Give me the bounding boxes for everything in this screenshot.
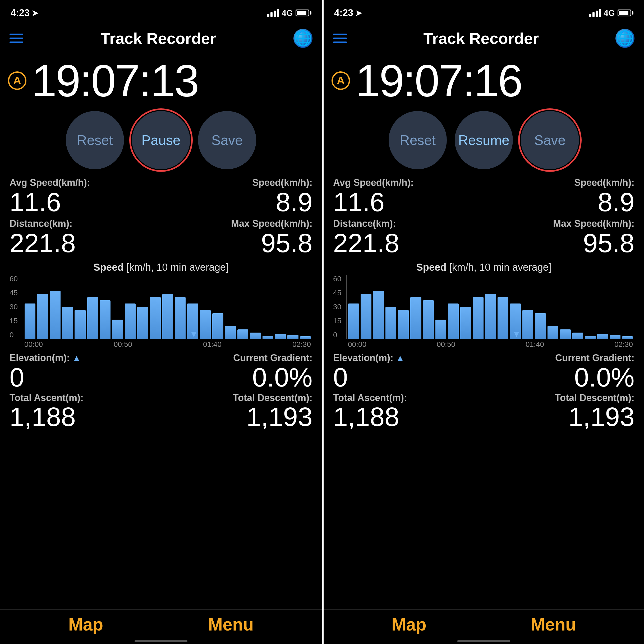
avg-speed-value: 11.6	[333, 188, 484, 216]
distance-block: Distance(km): 221.8	[10, 218, 161, 257]
avg-speed-label: Avg Speed(km/h):	[333, 177, 484, 188]
chart-title: Speed [km/h, 10 min average]	[333, 262, 634, 273]
max-speed-block: Max Speed(km/h): 95.8	[484, 218, 634, 257]
chart-section: Speed [km/h, 10 min average] 60 45 30 15…	[0, 259, 322, 349]
chart-bar	[50, 291, 61, 339]
signal-bar-1	[589, 14, 591, 17]
header: Track Recorder	[0, 24, 322, 53]
chart-position-arrow: ▼	[189, 329, 198, 339]
max-speed-label: Max Speed(km/h):	[161, 218, 312, 229]
reset-button[interactable]: Reset	[66, 111, 124, 169]
timer-display: 19:07:16	[355, 58, 522, 103]
location-icon: ➤	[32, 8, 38, 18]
y-label-15: 15	[333, 317, 346, 325]
speed-block: Speed(km/h): 8.9	[484, 177, 634, 216]
elevation-up-arrow: ▲	[396, 353, 404, 363]
chart-bar	[597, 334, 608, 339]
total-ascent-block: Total Ascent(m): 1,188	[333, 392, 484, 430]
header: Track Recorder	[324, 24, 644, 53]
ascent-value: 1,188	[10, 403, 161, 430]
chart-bar	[585, 336, 596, 339]
elevation-label: Elevation(m): ▲	[333, 352, 484, 364]
chart-x-label: 00:50	[114, 340, 132, 349]
map-nav-button[interactable]: Map	[392, 614, 426, 634]
distance-value: 221.8	[333, 229, 484, 257]
pause-button[interactable]: Pause	[132, 111, 190, 169]
globe-icon[interactable]	[293, 29, 312, 48]
chart-bar	[37, 294, 48, 339]
chart-bar	[87, 297, 98, 339]
chart-bar	[361, 294, 371, 339]
chart-bar	[263, 336, 273, 339]
status-right: 4G	[589, 8, 633, 18]
avg-speed-value: 11.6	[10, 188, 161, 216]
speed-row: Avg Speed(km/h): 11.6 Speed(km/h): 8.9	[10, 177, 312, 216]
chart-bar	[112, 320, 123, 339]
y-label-15: 15	[10, 317, 23, 325]
home-indicator-bar	[457, 640, 510, 642]
status-bar: 4:23 ➤ 4G	[0, 0, 322, 24]
chart-bar	[300, 336, 311, 339]
chart-bar	[373, 291, 384, 339]
hamburger-menu-icon[interactable]	[10, 34, 23, 43]
chart-bar	[75, 310, 85, 339]
gradient-value: 0.0%	[161, 364, 312, 391]
globe-icon[interactable]	[615, 29, 634, 48]
menu-nav-button[interactable]: Menu	[208, 614, 254, 634]
speed-label: Speed(km/h):	[161, 177, 312, 188]
signal-bar-4	[599, 9, 601, 17]
chart-bar	[535, 313, 546, 339]
max-speed-value: 95.8	[484, 229, 634, 257]
chart-title: Speed [km/h, 10 min average]	[10, 262, 312, 273]
home-indicator	[324, 639, 644, 644]
chart-bar	[410, 297, 421, 339]
chart-x-label: 00:00	[24, 340, 43, 349]
chart-bar	[610, 335, 620, 339]
chart-title-speed: Speed	[416, 262, 446, 273]
signal-bar-1	[267, 14, 269, 17]
bottom-nav: Map Menu	[0, 609, 322, 639]
gradient-value: 0.0%	[484, 364, 634, 391]
resume-button[interactable]: Resume	[455, 111, 513, 169]
distance-label: Distance(km):	[333, 218, 484, 229]
chart-bar	[548, 326, 558, 339]
reset-button[interactable]: Reset	[389, 111, 447, 169]
save-button[interactable]: Save	[521, 111, 579, 169]
distance-row: Distance(km): 221.8 Max Speed(km/h): 95.…	[333, 218, 634, 257]
elevation-label: Elevation(m): ▲	[10, 352, 161, 364]
chart-y-labels: 60 45 30 15 0	[333, 275, 346, 339]
ascent-value: 1,188	[333, 403, 484, 430]
chart-x-labels: 00:0000:5001:4002:30	[23, 339, 312, 349]
elevation-up-arrow: ▲	[72, 353, 81, 363]
signal-bars	[267, 9, 279, 17]
chart-bar	[423, 300, 434, 339]
chart-bars-area	[23, 275, 312, 339]
speed-label: Speed(km/h):	[484, 177, 634, 188]
status-right: 4G	[267, 8, 311, 18]
elevation-section: Elevation(m): ▲ 0 Current Gradient: 0.0%	[324, 349, 644, 391]
elevation-row: Elevation(m): ▲ 0 Current Gradient: 0.0%	[333, 352, 634, 391]
chart-bar	[448, 303, 459, 339]
location-icon: ➤	[355, 8, 362, 18]
y-label-45: 45	[333, 289, 346, 297]
chart-bar	[175, 297, 186, 339]
map-nav-button[interactable]: Map	[68, 614, 103, 634]
chart-bar	[385, 307, 396, 339]
hamburger-menu-icon[interactable]	[333, 34, 347, 43]
y-label-30: 30	[333, 303, 346, 311]
menu-nav-button[interactable]: Menu	[531, 614, 576, 634]
chart-x-label: 01:40	[203, 340, 222, 349]
chart-bar	[275, 334, 286, 339]
save-button[interactable]: Save	[198, 111, 256, 169]
max-speed-value: 95.8	[161, 229, 312, 257]
gradient-block: Current Gradient: 0.0%	[161, 352, 312, 391]
total-descent-block: Total Descent(m): 1,193	[161, 392, 312, 430]
home-indicator	[0, 639, 322, 644]
stats-section: Avg Speed(km/h): 11.6 Speed(km/h): 8.9 D…	[324, 174, 644, 259]
buttons-row: ResetPauseSave	[0, 106, 322, 174]
speed-value: 8.9	[484, 188, 634, 216]
ascent-row: Total Ascent(m): 1,188 Total Descent(m):…	[333, 392, 634, 430]
avg-speed-label: Avg Speed(km/h):	[10, 177, 161, 188]
max-speed-block: Max Speed(km/h): 95.8	[161, 218, 312, 257]
chart-bars-area	[346, 275, 634, 339]
